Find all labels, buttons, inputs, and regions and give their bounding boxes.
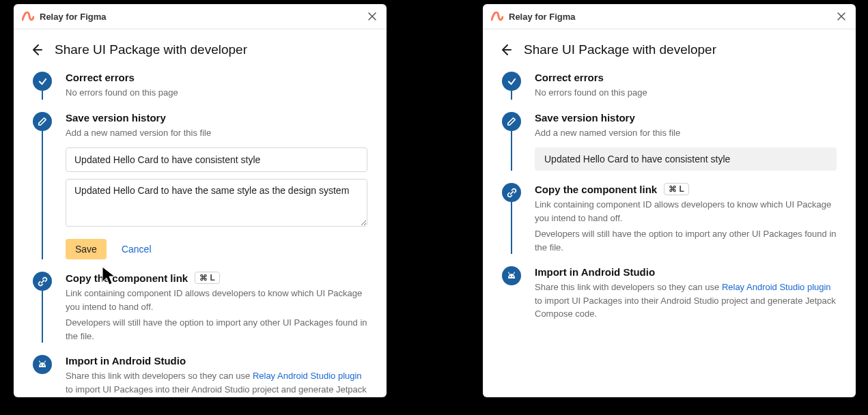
steps: Correct errors No errors found on this p… [14, 65, 387, 397]
dialog-share-ui-package-editing: Relay for Figma Share UI Package with de… [14, 4, 387, 397]
back-button[interactable] [29, 42, 45, 58]
shortcut-badge: ⌘ L [195, 272, 220, 284]
step-subtitle: No errors found on this page [66, 86, 367, 100]
step-title: Correct errors [66, 72, 367, 83]
heading-row: Share UI Package with developer [14, 29, 387, 65]
pencil-icon [33, 112, 52, 131]
app-title: Relay for Figma [40, 12, 107, 22]
pencil-icon [502, 112, 521, 131]
android-icon [502, 266, 521, 285]
step-title: Import in Android Studio [535, 266, 837, 278]
step-subtitle: Add a new named version for this file [535, 126, 837, 140]
svg-point-0 [40, 364, 42, 366]
close-button[interactable] [835, 10, 848, 23]
step-save-version-history: Save version history Add a new named ver… [502, 112, 837, 184]
shortcut-badge: ⌘ L [664, 183, 689, 195]
close-button[interactable] [366, 10, 378, 23]
version-name-input[interactable] [66, 147, 367, 172]
step-subtitle: Link containing component ID allows deve… [66, 287, 367, 313]
android-icon [33, 355, 52, 374]
relay-logo-icon [491, 12, 503, 21]
step-title: Copy the component link ⌘ L [66, 272, 367, 284]
step-subtitle: Link containing component ID allows deve… [535, 198, 837, 225]
save-button[interactable]: Save [66, 239, 107, 259]
step-title: Import in Android Studio [66, 355, 367, 367]
version-description-input[interactable]: Updated Hello Card to have the same styl… [66, 179, 367, 227]
link-icon [502, 183, 521, 202]
dialog-share-ui-package-saved: Relay for Figma Share UI Package with de… [483, 4, 856, 397]
relay-logo-icon [22, 12, 34, 21]
relay-plugin-link[interactable]: Relay Android Studio plugin [253, 371, 362, 381]
step-import-android-studio: Import in Android Studio Share this link… [33, 355, 367, 397]
link-icon [33, 272, 52, 291]
step-subtitle: Share this link with developers so they … [535, 281, 837, 321]
step-subtitle: No errors found on this page [535, 86, 837, 100]
step-subtitle: Add a new named version for this file [66, 126, 367, 140]
svg-point-2 [509, 276, 511, 277]
step-title: Save version history [66, 112, 367, 124]
app-title: Relay for Figma [509, 12, 576, 22]
brand: Relay for Figma [22, 12, 107, 22]
step-subtitle: Developers will still have the option to… [535, 227, 837, 254]
cancel-button[interactable]: Cancel [122, 244, 152, 255]
step-title: Save version history [535, 112, 837, 124]
step-subtitle: Share this link with developers so they … [66, 369, 367, 397]
check-icon [502, 72, 521, 91]
step-title: Copy the component link ⌘ L [535, 183, 837, 195]
back-button[interactable] [498, 42, 514, 58]
step-subtitle: Developers will still have the option to… [66, 316, 367, 343]
page-title: Share UI Package with developer [524, 42, 716, 57]
relay-plugin-link[interactable]: Relay Android Studio plugin [722, 282, 831, 292]
heading-row: Share UI Package with developer [483, 29, 856, 65]
page-title: Share UI Package with developer [55, 42, 247, 57]
check-icon [33, 72, 52, 91]
step-import-android-studio: Import in Android Studio Share this link… [502, 266, 837, 333]
titlebar: Relay for Figma [14, 4, 387, 29]
step-copy-component-link: Copy the component link ⌘ L Link contain… [33, 272, 367, 355]
svg-point-3 [512, 276, 514, 277]
step-correct-errors: Correct errors No errors found on this p… [33, 72, 367, 112]
saved-version-name[interactable]: Updated Hello Card to have consistent st… [535, 147, 837, 171]
brand: Relay for Figma [491, 12, 576, 22]
step-correct-errors: Correct errors No errors found on this p… [502, 72, 837, 112]
svg-point-1 [43, 364, 44, 366]
step-copy-component-link: Copy the component link ⌘ L Link contain… [502, 183, 837, 266]
titlebar: Relay for Figma [483, 4, 856, 29]
steps: Correct errors No errors found on this p… [483, 65, 856, 347]
step-title: Correct errors [535, 72, 837, 83]
step-save-version-history: Save version history Add a new named ver… [33, 112, 367, 272]
